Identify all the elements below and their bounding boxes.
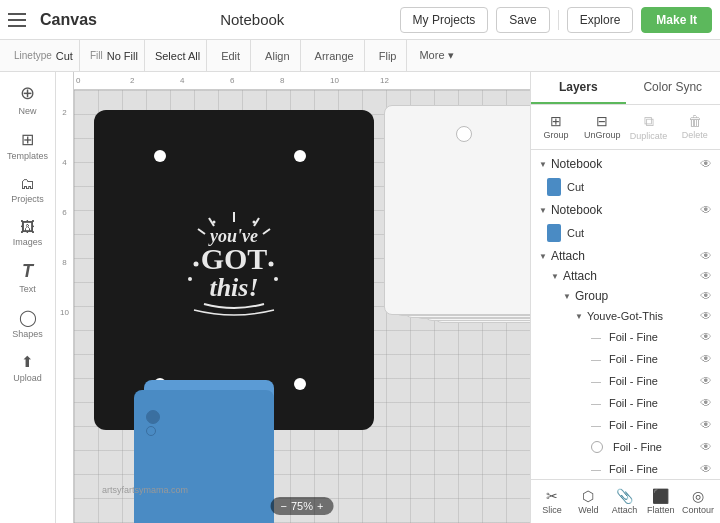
layer-header-notebook1[interactable]: ▼ Notebook 👁: [531, 154, 720, 174]
delete-icon: 🗑: [688, 113, 702, 129]
eye-foil-2[interactable]: 👁: [700, 352, 712, 366]
ruler-mark-v8: 8: [62, 258, 66, 267]
panel-tabs: Layers Color Sync: [531, 72, 720, 105]
eye-foil-4[interactable]: 👁: [700, 396, 712, 410]
attach-button[interactable]: 📎 Attach: [608, 484, 642, 519]
my-projects-button[interactable]: My Projects: [400, 7, 489, 33]
foil-label-5: Foil - Fine: [609, 419, 694, 431]
foil-row-7[interactable]: — Foil - Fine 👁: [531, 458, 720, 479]
explore-button[interactable]: Explore: [567, 7, 634, 33]
group-button[interactable]: ⊞ Group: [535, 109, 577, 145]
layer-color-notebook1: [547, 178, 561, 196]
ruler-top: 0 2 4 6 8 10 12: [74, 72, 530, 90]
eye-icon-notebook2[interactable]: 👁: [700, 203, 712, 217]
foil-row-2[interactable]: — Foil - Fine 👁: [531, 348, 720, 370]
layer-type-notebook1: Cut: [567, 181, 712, 193]
layer-header-attach-sub[interactable]: ▼ Attach 👁: [531, 266, 720, 286]
sidebar-item-shapes[interactable]: ◯ Shapes: [3, 302, 53, 345]
ruler-mark-4: 4: [180, 76, 184, 85]
tab-layers[interactable]: Layers: [531, 72, 626, 104]
contour-label: Contour: [682, 505, 714, 515]
duplicate-button[interactable]: ⧉ Duplicate: [628, 109, 670, 145]
arrange-group: Arrange: [305, 40, 365, 71]
select-all-button[interactable]: Select All: [155, 50, 200, 62]
hamburger-button[interactable]: [8, 8, 32, 32]
layer-header-notebook2[interactable]: ▼ Notebook 👁: [531, 200, 720, 220]
sidebar-item-projects[interactable]: 🗂 Projects: [3, 169, 53, 210]
arrange-button[interactable]: Arrange: [311, 48, 358, 64]
ruler-mark-v10: 10: [60, 308, 69, 317]
save-button[interactable]: Save: [496, 7, 549, 33]
canvas-content[interactable]: you've GOT this!: [74, 90, 530, 523]
linetype-value[interactable]: Cut: [56, 50, 73, 62]
foil-label-2: Foil - Fine: [609, 353, 694, 365]
eye-foil-3[interactable]: 👁: [700, 374, 712, 388]
layer-row-notebook2[interactable]: Cut: [531, 220, 720, 246]
svg-line-4: [198, 229, 205, 234]
layers-list: ▼ Notebook 👁 Cut ▼ Notebook 👁 Cut ▼: [531, 150, 720, 479]
align-button[interactable]: Align: [261, 48, 293, 64]
layer-header-group[interactable]: ▼ Group 👁: [531, 286, 720, 306]
flatten-label: Flatten: [647, 505, 675, 515]
sidebar-item-images[interactable]: 🖼 Images: [3, 212, 53, 253]
weld-button[interactable]: ⬡ Weld: [571, 484, 605, 519]
sidebar-label-projects: Projects: [11, 194, 44, 204]
panel-toolbar: ⊞ Group ⊟ UnGroup ⧉ Duplicate 🗑 Delete: [531, 105, 720, 150]
slice-label: Slice: [542, 505, 562, 515]
layer-header-youve[interactable]: ▼ Youve-Got-This 👁: [531, 306, 720, 326]
images-icon: 🖼: [20, 218, 35, 235]
foil-label-6: Foil - Fine: [613, 441, 694, 453]
collapse-icon-group: ▼: [563, 292, 571, 301]
delete-button[interactable]: 🗑 Delete: [674, 109, 716, 145]
sidebar-label-upload: Upload: [13, 373, 42, 383]
foil-row-3[interactable]: — Foil - Fine 👁: [531, 370, 720, 392]
foil-label-3: Foil - Fine: [609, 375, 694, 387]
zoom-bar: − 75% +: [271, 497, 334, 515]
sidebar-item-upload[interactable]: ⬆ Upload: [3, 347, 53, 389]
duplicate-label: Duplicate: [630, 131, 668, 141]
sidebar-item-new[interactable]: ⊕ New: [3, 76, 53, 122]
slice-button[interactable]: ✂ Slice: [535, 484, 569, 519]
flip-button[interactable]: Flip: [375, 48, 401, 64]
eye-icon-attach-sub[interactable]: 👁: [700, 269, 712, 283]
flatten-button[interactable]: ⬛ Flatten: [644, 484, 678, 519]
dash-3: —: [591, 376, 601, 387]
foil-row-6[interactable]: Foil - Fine 👁: [531, 436, 720, 458]
linetype-group: Linetype Cut: [8, 40, 80, 71]
eye-icon-youve[interactable]: 👁: [700, 309, 712, 323]
attach-label: Attach: [612, 505, 638, 515]
eye-icon-group[interactable]: 👁: [700, 289, 712, 303]
eye-foil-1[interactable]: 👁: [700, 330, 712, 344]
ruler-mark-10: 10: [330, 76, 339, 85]
flatten-icon: ⬛: [652, 488, 669, 504]
eye-icon-notebook1[interactable]: 👁: [700, 157, 712, 171]
more-button[interactable]: More ▾: [415, 47, 457, 64]
edit-button[interactable]: Edit: [217, 48, 244, 64]
zoom-minus[interactable]: −: [281, 500, 287, 512]
fill-group: Fill No Fill: [84, 40, 145, 71]
blue-ring: [146, 426, 156, 436]
sidebar-item-text[interactable]: T Text: [3, 255, 53, 300]
eye-foil-5[interactable]: 👁: [700, 418, 712, 432]
ungroup-button[interactable]: ⊟ UnGroup: [581, 109, 623, 145]
hole-bottom-right: [294, 378, 306, 390]
eye-icon-attach-top[interactable]: 👁: [700, 249, 712, 263]
zoom-plus[interactable]: +: [317, 500, 323, 512]
sidebar-label-text: Text: [19, 284, 36, 294]
sidebar-item-templates[interactable]: ⊞ Templates: [3, 124, 53, 167]
tab-color-sync[interactable]: Color Sync: [626, 72, 721, 104]
sidebar-label-shapes: Shapes: [12, 329, 43, 339]
foil-row-1[interactable]: — Foil - Fine 👁: [531, 326, 720, 348]
eye-foil-7[interactable]: 👁: [700, 462, 712, 476]
make-it-button[interactable]: Make It: [641, 7, 712, 33]
eye-foil-6[interactable]: 👁: [700, 440, 712, 454]
layer-header-attach-top[interactable]: ▼ Attach 👁: [531, 246, 720, 266]
layer-color-notebook2: [547, 224, 561, 242]
fill-value[interactable]: No Fill: [107, 50, 138, 62]
canvas-area[interactable]: 0 2 4 6 8 10 12 2 4 6 8 10: [56, 72, 530, 523]
layer-row-notebook1[interactable]: Cut: [531, 174, 720, 200]
collapse-icon-attach-top: ▼: [539, 252, 547, 261]
contour-button[interactable]: ◎ Contour: [680, 484, 716, 519]
foil-row-5[interactable]: — Foil - Fine 👁: [531, 414, 720, 436]
foil-row-4[interactable]: — Foil - Fine 👁: [531, 392, 720, 414]
